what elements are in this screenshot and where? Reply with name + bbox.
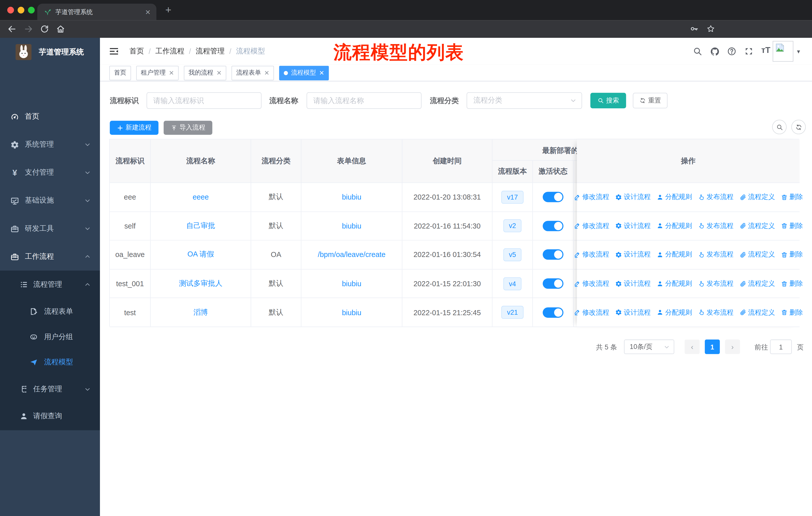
zoom-window-button[interactable] bbox=[28, 7, 35, 13]
sidebar-collapse-icon[interactable] bbox=[109, 46, 119, 56]
action-hand-link[interactable]: 发布流程 bbox=[698, 250, 733, 260]
caret-down-icon[interactable]: ▼ bbox=[796, 49, 801, 54]
tab-tenant-management[interactable]: 租户管理✕ bbox=[136, 65, 179, 80]
action-cog-link[interactable]: 设计流程 bbox=[615, 192, 651, 202]
form-info-link[interactable]: biubiu bbox=[301, 212, 402, 240]
action-pencil-link[interactable]: 修改流程 bbox=[574, 279, 609, 288]
action-cog-link[interactable]: 设计流程 bbox=[615, 221, 651, 230]
goto-page-input[interactable] bbox=[770, 340, 792, 354]
action-person-link[interactable]: 分配规则 bbox=[657, 308, 692, 317]
back-icon[interactable] bbox=[7, 24, 17, 34]
search-icon[interactable] bbox=[693, 47, 702, 56]
sidebar-item-leave-query[interactable]: 请假查询 bbox=[0, 403, 100, 429]
forward-icon[interactable] bbox=[24, 24, 33, 34]
sidebar-item-task-management[interactable]: 任务管理 bbox=[0, 376, 100, 402]
action-person-link[interactable]: 分配规则 bbox=[657, 250, 692, 260]
tab-my-process[interactable]: 我的流程✕ bbox=[184, 65, 227, 80]
close-icon[interactable]: ✕ bbox=[319, 69, 324, 77]
version-tag[interactable]: v17 bbox=[501, 191, 524, 203]
process-category-select[interactable]: 流程分类 bbox=[467, 92, 582, 109]
refresh-table-button[interactable] bbox=[791, 120, 806, 134]
action-pencil-link[interactable]: 修改流程 bbox=[574, 192, 609, 202]
action-pencil-link[interactable]: 修改流程 bbox=[574, 250, 609, 260]
action-cog-link[interactable]: 设计流程 bbox=[615, 279, 651, 288]
action-pencil-link[interactable]: 修改流程 bbox=[574, 308, 609, 317]
active-toggle[interactable] bbox=[543, 278, 563, 289]
process-name-input[interactable] bbox=[307, 92, 422, 109]
sidebar-item-process-model[interactable]: 流程模型 bbox=[0, 350, 100, 375]
action-clip-link[interactable]: 流程定义 bbox=[739, 250, 775, 260]
new-tab-button[interactable]: + bbox=[162, 3, 175, 17]
show-search-toggle-button[interactable] bbox=[772, 120, 787, 134]
github-icon[interactable] bbox=[710, 47, 720, 56]
form-info-link[interactable]: biubiu bbox=[301, 183, 402, 211]
version-tag[interactable]: v21 bbox=[501, 306, 524, 319]
browser-tab[interactable]: 芋道管理系统 ✕ bbox=[37, 3, 156, 20]
sidebar-item-process-form[interactable]: 流程表单 bbox=[0, 299, 100, 325]
key-icon[interactable] bbox=[690, 24, 698, 33]
action-trash-link[interactable]: 删除 bbox=[781, 221, 803, 230]
tab-home[interactable]: 首页 bbox=[109, 65, 131, 80]
action-trash-link[interactable]: 删除 bbox=[781, 279, 803, 288]
action-cog-link[interactable]: 设计流程 bbox=[615, 250, 651, 260]
process-id-input[interactable] bbox=[146, 92, 262, 109]
active-toggle[interactable] bbox=[543, 221, 563, 231]
sidebar-item-payment-management[interactable]: ¥ 支付管理 bbox=[0, 159, 100, 187]
sidebar-item-system-management[interactable]: 系统管理 bbox=[0, 131, 100, 159]
breadcrumb-home[interactable]: 首页 bbox=[129, 47, 144, 56]
next-page-button[interactable]: › bbox=[725, 340, 740, 354]
help-icon[interactable] bbox=[727, 47, 736, 56]
sidebar-item-infrastructure[interactable]: 基础设施 bbox=[0, 187, 100, 215]
star-bookmark-icon[interactable] bbox=[706, 24, 715, 33]
action-trash-link[interactable]: 删除 bbox=[781, 192, 803, 202]
process-name-link[interactable]: 滔博 bbox=[151, 298, 251, 327]
action-clip-link[interactable]: 流程定义 bbox=[739, 192, 775, 202]
action-person-link[interactable]: 分配规则 bbox=[657, 192, 692, 202]
avatar[interactable] bbox=[773, 41, 793, 62]
form-info-link[interactable]: biubiu bbox=[301, 298, 402, 327]
home-icon[interactable] bbox=[56, 24, 65, 34]
action-person-link[interactable]: 分配规则 bbox=[657, 279, 692, 288]
import-process-button[interactable]: 导入流程 bbox=[164, 121, 212, 135]
reload-icon[interactable] bbox=[40, 24, 49, 34]
form-info-link[interactable]: /bpm/oa/leave/create bbox=[301, 241, 402, 269]
tab-process-form[interactable]: 流程表单✕ bbox=[232, 65, 274, 80]
active-toggle[interactable] bbox=[543, 307, 563, 318]
current-page-button[interactable]: 1 bbox=[705, 340, 720, 354]
sidebar-logo-row[interactable]: 芋道管理系统 bbox=[0, 40, 100, 64]
sidebar-item-home[interactable]: 首页 bbox=[0, 103, 100, 131]
close-icon[interactable]: ✕ bbox=[216, 69, 222, 77]
reset-button[interactable]: 重置 bbox=[633, 93, 668, 108]
sidebar-item-user-group[interactable]: 用户分组 bbox=[0, 324, 100, 350]
minimize-window-button[interactable] bbox=[18, 7, 24, 13]
fullscreen-icon[interactable] bbox=[744, 47, 753, 56]
action-clip-link[interactable]: 流程定义 bbox=[739, 221, 775, 230]
font-size-icon[interactable]: ᴛT bbox=[761, 46, 770, 55]
action-clip-link[interactable]: 流程定义 bbox=[739, 279, 775, 288]
create-process-button[interactable]: 新建流程 bbox=[110, 121, 158, 135]
close-tab-icon[interactable]: ✕ bbox=[145, 8, 150, 16]
action-hand-link[interactable]: 发布流程 bbox=[698, 221, 733, 230]
action-clip-link[interactable]: 流程定义 bbox=[739, 308, 775, 317]
version-tag[interactable]: v4 bbox=[503, 277, 522, 290]
page-size-select[interactable]: 10条/页 bbox=[624, 340, 674, 354]
action-pencil-link[interactable]: 修改流程 bbox=[574, 221, 609, 230]
action-cog-link[interactable]: 设计流程 bbox=[615, 308, 651, 317]
sidebar-item-workflow[interactable]: 工作流程 bbox=[0, 243, 100, 271]
action-person-link[interactable]: 分配规则 bbox=[657, 221, 692, 230]
version-tag[interactable]: v2 bbox=[503, 219, 522, 232]
process-name-link[interactable]: eeee bbox=[151, 183, 251, 211]
prev-page-button[interactable]: ‹ bbox=[685, 340, 700, 354]
action-hand-link[interactable]: 发布流程 bbox=[698, 279, 733, 288]
action-hand-link[interactable]: 发布流程 bbox=[698, 308, 733, 317]
close-window-button[interactable] bbox=[7, 7, 14, 13]
breadcrumb-workflow[interactable]: 工作流程 bbox=[155, 47, 184, 56]
breadcrumb-process-management[interactable]: 流程管理 bbox=[196, 47, 225, 56]
active-toggle[interactable] bbox=[543, 250, 563, 260]
version-tag[interactable]: v5 bbox=[503, 248, 522, 261]
sidebar-item-process-management[interactable]: 流程管理 bbox=[0, 272, 100, 298]
process-name-link[interactable]: 测试多审批人 bbox=[151, 269, 251, 298]
action-trash-link[interactable]: 删除 bbox=[781, 308, 803, 317]
action-trash-link[interactable]: 删除 bbox=[781, 250, 803, 260]
search-button[interactable]: 搜索 bbox=[590, 93, 626, 108]
